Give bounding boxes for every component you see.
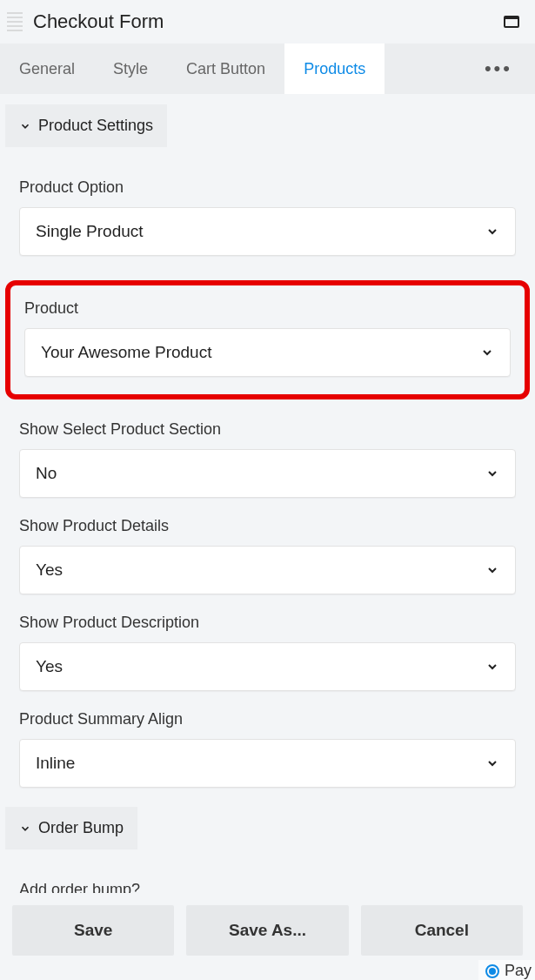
chevron-down-icon <box>485 660 499 674</box>
background-content-peek: Pay <box>478 960 535 980</box>
panel-header: Checkout Form <box>0 0 535 44</box>
field-label: Product Option <box>19 178 516 197</box>
tab-cart-button[interactable]: Cart Button <box>167 44 284 94</box>
field-product-option: Product Option Single Product <box>19 178 516 256</box>
field-label: Product Summary Align <box>19 710 516 728</box>
peek-text: Pay <box>505 962 532 980</box>
field-product-summary-align: Product Summary Align Inline <box>19 710 516 788</box>
panel-title: Checkout Form <box>33 10 493 33</box>
select-product-summary-align[interactable]: Inline <box>19 739 516 788</box>
field-show-product-description: Show Product Description Yes <box>19 614 516 691</box>
select-value: No <box>36 464 57 483</box>
field-label: Add order bump? <box>19 881 516 893</box>
cancel-button[interactable]: Cancel <box>361 905 523 956</box>
field-label: Show Product Description <box>19 614 516 632</box>
select-product-option[interactable]: Single Product <box>19 207 516 256</box>
form-area: Product Settings Product Option Single P… <box>0 94 535 893</box>
chevron-down-icon <box>485 756 499 770</box>
select-show-product-description[interactable]: Yes <box>19 642 516 691</box>
chevron-down-icon <box>480 346 494 359</box>
field-label: Show Product Details <box>19 517 516 535</box>
window-icon[interactable] <box>504 16 519 28</box>
tab-style[interactable]: Style <box>94 44 167 94</box>
section-header-order-bump[interactable]: Order Bump <box>5 807 137 849</box>
drag-handle-icon[interactable] <box>7 10 23 33</box>
select-value: Inline <box>36 754 75 773</box>
chevron-down-icon <box>485 225 499 238</box>
section-title: Product Settings <box>38 117 153 135</box>
select-value: Yes <box>36 560 63 580</box>
select-show-product-details[interactable]: Yes <box>19 546 516 594</box>
chevron-down-icon <box>19 120 31 132</box>
chevron-down-icon <box>19 822 31 835</box>
panel-footer: Save Save As... Cancel <box>0 893 535 980</box>
select-show-select-product-section[interactable]: No <box>19 449 516 498</box>
field-add-order-bump: Add order bump? No <box>19 881 516 893</box>
tab-general[interactable]: General <box>0 44 94 94</box>
select-value: Your Awesome Product <box>41 343 211 362</box>
select-value: Yes <box>36 657 63 676</box>
select-product[interactable]: Your Awesome Product <box>24 328 511 377</box>
product-settings-body-2: Show Select Product Section No Show Prod… <box>0 405 535 796</box>
radio-selected-icon <box>485 964 499 978</box>
save-as-button[interactable]: Save As... <box>186 905 348 956</box>
highlighted-region: Product Your Awesome Product <box>5 280 530 399</box>
settings-panel: Checkout Form General Style Cart Button … <box>0 0 535 980</box>
field-label: Product <box>24 299 511 318</box>
field-show-select-product-section: Show Select Product Section No <box>19 420 516 498</box>
field-product: Product Your Awesome Product <box>24 299 511 377</box>
tab-more[interactable]: ••• <box>462 44 535 94</box>
field-show-product-details: Show Product Details Yes <box>19 517 516 594</box>
select-value: Single Product <box>36 222 144 241</box>
save-button[interactable]: Save <box>12 905 174 956</box>
tab-bar: General Style Cart Button Products ••• <box>0 44 535 94</box>
field-label: Show Select Product Section <box>19 420 516 439</box>
tab-products[interactable]: Products <box>284 44 385 94</box>
section-header-product-settings[interactable]: Product Settings <box>5 104 167 147</box>
order-bump-body: Add order bump? No <box>0 855 535 893</box>
product-settings-body: Product Option Single Product <box>0 152 535 265</box>
chevron-down-icon <box>485 563 499 577</box>
section-title: Order Bump <box>38 819 124 837</box>
chevron-down-icon <box>485 467 499 480</box>
